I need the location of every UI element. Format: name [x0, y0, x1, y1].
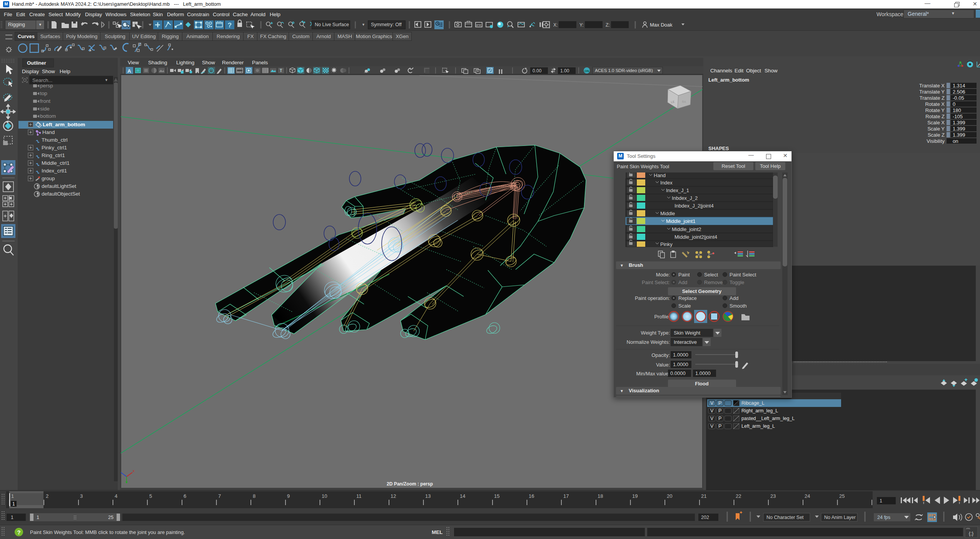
svg-text:Remove: Remove	[704, 280, 723, 285]
svg-text:V: V	[710, 424, 714, 429]
svg-text:Pinky: Pinky	[660, 241, 673, 247]
svg-text:Right_arm_leg_L: Right_arm_leg_L	[741, 408, 778, 413]
svg-text:-105: -105	[953, 114, 963, 119]
svg-text:Left_arm_leg_L: Left_arm_leg_L	[741, 424, 775, 429]
svg-text:1.399: 1.399	[953, 132, 965, 138]
svg-text:18: 18	[598, 493, 603, 499]
svg-text:16: 16	[529, 493, 534, 499]
svg-text:25: 25	[108, 515, 114, 520]
svg-text:?: ?	[228, 22, 232, 29]
svg-text:Weight Type:: Weight Type:	[641, 330, 670, 336]
svg-text:Paint operation:: Paint operation:	[635, 295, 670, 301]
svg-text:24 fps: 24 fps	[877, 515, 890, 520]
svg-text:21: 21	[701, 493, 706, 499]
svg-text:Select Geometry: Select Geometry	[682, 288, 722, 294]
svg-text:V: V	[710, 416, 714, 421]
svg-text:Skin Weight: Skin Weight	[674, 330, 701, 336]
svg-text:P: P	[718, 408, 721, 413]
svg-text:Add: Add	[678, 280, 687, 285]
svg-text:Hand: Hand	[654, 172, 666, 178]
svg-text:4: 4	[115, 493, 117, 499]
svg-text:Rotate X: Rotate X	[925, 101, 945, 107]
svg-text:side: side	[40, 106, 50, 112]
svg-text:Flood: Flood	[695, 381, 708, 387]
svg-text:7: 7	[218, 493, 221, 499]
svg-text:Left_arm_bottom: Left_arm_bottom	[43, 122, 85, 127]
svg-text:Toggle: Toggle	[730, 280, 744, 285]
svg-text:1.0000: 1.0000	[673, 352, 688, 358]
svg-text:persp: persp	[40, 83, 53, 89]
svg-text:front: front	[40, 98, 50, 104]
svg-text:Inbdex_J_2|joint4: Inbdex_J_2|joint4	[674, 203, 714, 209]
svg-text:Inbdex_J_2: Inbdex_J_2	[672, 195, 698, 201]
svg-text:P: P	[718, 424, 721, 429]
svg-text:LE: LE	[671, 100, 675, 104]
svg-text:Middle_ctrl1: Middle_ctrl1	[42, 160, 70, 166]
svg-text:ON: ON	[584, 69, 589, 73]
svg-text:X:: X:	[553, 22, 558, 28]
svg-text:top: top	[40, 90, 47, 96]
svg-text:?: ?	[17, 529, 20, 536]
svg-text:Scale: Scale	[678, 303, 691, 309]
svg-text:0: 0	[953, 101, 955, 107]
svg-text:group: group	[42, 176, 55, 181]
svg-text:No Anim Layer: No Anim Layer	[824, 515, 856, 520]
svg-text:A: A	[127, 68, 131, 74]
svg-text:2: 2	[46, 493, 48, 499]
svg-text:Paint Skin Weights Tool: MMB c: Paint Skin Weights Tool: MMB click to ro…	[30, 529, 185, 535]
svg-text:1: 1	[12, 501, 15, 507]
svg-text:8: 8	[253, 493, 255, 499]
svg-text:Paint Select: Paint Select	[730, 272, 756, 278]
svg-text:Middle_joint1: Middle_joint1	[666, 218, 696, 224]
svg-text:pasted__Left_arm_leg_L: pasted__Left_arm_leg_L	[741, 416, 795, 421]
svg-text:Middle: Middle	[660, 211, 675, 216]
svg-text:Max Doak: Max Doak	[650, 22, 673, 28]
svg-text:Add: Add	[730, 295, 738, 301]
svg-text:Translate X: Translate X	[919, 83, 945, 89]
svg-text:Visibility: Visibility	[927, 138, 945, 144]
svg-text:11: 11	[356, 493, 362, 499]
svg-text:3: 3	[80, 493, 83, 499]
svg-text:Interactive: Interactive	[674, 339, 697, 345]
svg-text:Profile:: Profile:	[654, 314, 670, 320]
svg-text:Mode:: Mode:	[656, 272, 670, 278]
svg-text:P: P	[718, 400, 721, 406]
svg-text:IPR: IPR	[476, 23, 481, 27]
svg-text:180: 180	[953, 107, 961, 113]
svg-text:Translate Y: Translate Y	[919, 89, 945, 95]
svg-text:{;}: {;}	[969, 531, 974, 536]
svg-text:2D Pan/Zoom : persp: 2D Pan/Zoom : persp	[387, 481, 433, 487]
svg-text:Ribcage_L: Ribcage_L	[741, 400, 765, 406]
svg-text:19: 19	[632, 493, 638, 499]
svg-text:Z:: Z:	[606, 22, 610, 28]
svg-text:Select: Select	[704, 272, 718, 278]
svg-text:Thumb_ctrl: Thumb_ctrl	[42, 137, 68, 143]
svg-text:Hand: Hand	[42, 129, 55, 135]
svg-text:T: T	[280, 68, 282, 73]
svg-text:Pinky_ctrl1: Pinky_ctrl1	[42, 145, 67, 151]
svg-text:23: 23	[770, 493, 776, 499]
svg-text:Middle_joint2|joint4: Middle_joint2|joint4	[674, 234, 717, 240]
svg-text:5: 5	[149, 493, 152, 499]
svg-text:ACES 1.0 SDR-video (sRGB): ACES 1.0 SDR-video (sRGB)	[595, 68, 653, 73]
svg-text:1.314: 1.314	[953, 83, 965, 89]
svg-text:bottom: bottom	[40, 113, 56, 119]
svg-text:Paint: Paint	[678, 272, 690, 278]
svg-text:15: 15	[494, 493, 499, 499]
svg-text:0.00: 0.00	[533, 68, 542, 74]
svg-text:Smooth: Smooth	[730, 303, 747, 309]
svg-text:6: 6	[184, 493, 186, 499]
svg-text:20: 20	[667, 493, 672, 499]
svg-text:24: 24	[805, 493, 810, 499]
svg-text:Ring_ctrl1: Ring_ctrl1	[42, 152, 65, 158]
svg-text:Normalize Weights:: Normalize Weights:	[627, 339, 670, 345]
svg-text:1: 1	[37, 515, 39, 520]
svg-text:defaultObjectSet: defaultObjectSet	[42, 191, 80, 197]
svg-text:10: 10	[322, 493, 327, 499]
svg-text:Index: Index	[660, 180, 673, 186]
svg-text:1.399: 1.399	[953, 120, 965, 126]
svg-text:Scale Y: Scale Y	[927, 126, 945, 132]
svg-text:Scale X: Scale X	[927, 120, 945, 126]
svg-text:Replace: Replace	[678, 295, 697, 301]
svg-text:1: 1	[11, 515, 13, 520]
